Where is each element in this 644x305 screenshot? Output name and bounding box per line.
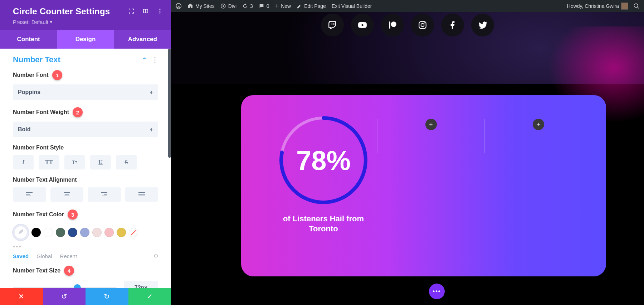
label-number-font-style: Number Font Style [13,144,158,151]
select-updown-icon: ▲▼ [150,128,153,131]
svg-point-21 [421,24,424,27]
style-italic[interactable]: I [13,155,34,169]
admin-my-sites[interactable]: My Sites [187,3,215,9]
preset-select[interactable]: Preset: Default ▾ [13,19,110,25]
save-button[interactable]: ✓ [128,288,171,305]
align-center[interactable] [50,187,84,202]
admin-edit-page[interactable]: Edit Page [297,3,326,9]
tab-advanced[interactable]: Advanced [114,30,171,49]
color-tab-recent[interactable]: Recent [60,253,77,259]
label-number-font: Number Font 1 [13,70,158,80]
label-number-font-weight: Number Font Weight 2 [13,107,158,117]
admin-divi[interactable]: Divi [220,3,236,9]
svg-rect-6 [64,192,70,193]
color-picker-button[interactable] [13,225,29,240]
swatch-blush[interactable] [92,228,102,237]
svg-point-19 [391,21,396,27]
svg-point-0 [160,9,161,10]
wp-admin-bar: My Sites Divi 3 0 +New Edit Page Exit Vi… [171,0,644,12]
add-module-button[interactable]: + [533,119,544,130]
svg-point-17 [223,5,224,7]
style-smallcaps[interactable]: TT [64,155,85,169]
social-twitch-icon[interactable] [321,14,344,36]
tab-content[interactable]: Content [0,30,57,49]
svg-point-1 [160,11,161,12]
builder-fab[interactable]: ••• [429,284,445,299]
settings-sidebar: Circle Counter Settings Preset: Default … [0,0,171,305]
annotation-1: 1 [52,70,62,80]
annotation-4: 4 [64,266,74,276]
swatch-more-icon[interactable]: ••• [13,243,158,251]
layout-icon[interactable] [142,8,149,14]
admin-search-icon[interactable] [633,3,640,9]
tab-design[interactable]: Design [57,30,114,49]
kebab-icon[interactable] [157,8,163,14]
admin-exit-vb[interactable]: Exit Visual Builder [332,3,372,9]
admin-new[interactable]: +New [275,3,291,10]
select-number-font-weight[interactable]: Bold ▲▼ [13,122,158,137]
select-updown-icon: ▲▼ [150,90,153,94]
svg-rect-3 [26,192,33,193]
style-uppercase[interactable]: TT [39,155,59,169]
color-settings-gear-icon[interactable]: ⚙ [153,253,158,259]
color-swatch-row [13,225,158,240]
style-underline[interactable]: U [90,155,111,169]
swatch-white[interactable] [44,228,53,237]
scan-icon[interactable] [128,8,135,14]
svg-rect-10 [104,194,107,195]
cancel-button[interactable]: ✕ [0,288,43,305]
svg-rect-5 [26,196,31,196]
settings-title: Circle Counter Settings [13,6,110,16]
label-number-text-alignment: Number Text Alignment [13,177,158,183]
size-slider[interactable] [13,287,117,288]
swatch-pink[interactable] [104,228,114,237]
color-tab-global[interactable]: Global [36,253,52,259]
svg-point-22 [424,23,425,24]
size-value-input[interactable]: 72px [124,281,158,288]
slider-thumb[interactable] [74,284,81,288]
swatch-lav[interactable] [80,228,89,237]
circle-counter-module[interactable]: 78% of Listeners Hail from Toronto [270,114,377,262]
empty-column-3[interactable]: + [485,114,592,262]
align-justify[interactable] [125,187,158,202]
social-facebook-icon[interactable] [441,14,464,36]
social-youtube-icon[interactable] [351,14,374,36]
social-twitter-icon[interactable] [471,14,494,36]
section-toggle-number-text[interactable]: Number Text ⌃ ⋮ [13,55,158,64]
color-tabs: Saved Global Recent ⚙ [13,253,158,259]
social-patreon-icon[interactable] [381,14,404,36]
gradient-card: 78% of Listeners Hail from Toronto + + [241,95,606,276]
swatch-gold[interactable] [117,228,126,237]
wp-logo-icon[interactable] [175,3,182,9]
align-right[interactable] [88,187,121,202]
scrollbar-thumb[interactable] [168,49,171,158]
swatch-blue[interactable] [68,228,77,237]
redo-button[interactable]: ↻ [86,288,128,305]
swatch-none[interactable] [129,228,138,237]
svg-rect-11 [102,196,107,196]
admin-updates[interactable]: 3 [242,3,253,9]
swatch-black[interactable] [31,228,41,237]
select-number-font[interactable]: Poppins ▲▼ [13,84,158,100]
preview-canvas: My Sites Divi 3 0 +New Edit Page Exit Vi… [171,0,644,305]
swatch-green[interactable] [56,228,65,237]
style-strike[interactable]: S [116,155,137,169]
svg-point-2 [160,13,161,14]
empty-column-2[interactable]: + [377,114,484,262]
align-left[interactable] [13,187,46,202]
settings-body: Number Text ⌃ ⋮ Number Font 1 Poppins ▲▼… [0,49,171,288]
svg-rect-7 [65,194,69,195]
undo-button[interactable]: ↺ [43,288,86,305]
admin-howdy[interactable]: Howdy, Christina Gwira [567,3,628,10]
counter-ring: 78% [277,114,370,207]
section-kebab-icon[interactable]: ⋮ [152,59,158,60]
svg-rect-12 [138,192,145,193]
annotation-2: 2 [73,107,83,117]
social-instagram-icon[interactable] [411,14,434,36]
color-tab-saved[interactable]: Saved [13,253,29,259]
caret-down-icon: ▾ [50,19,53,25]
svg-rect-18 [389,21,390,29]
svg-rect-14 [138,196,145,196]
admin-comments[interactable]: 0 [259,3,269,9]
add-module-button[interactable]: + [425,119,437,130]
